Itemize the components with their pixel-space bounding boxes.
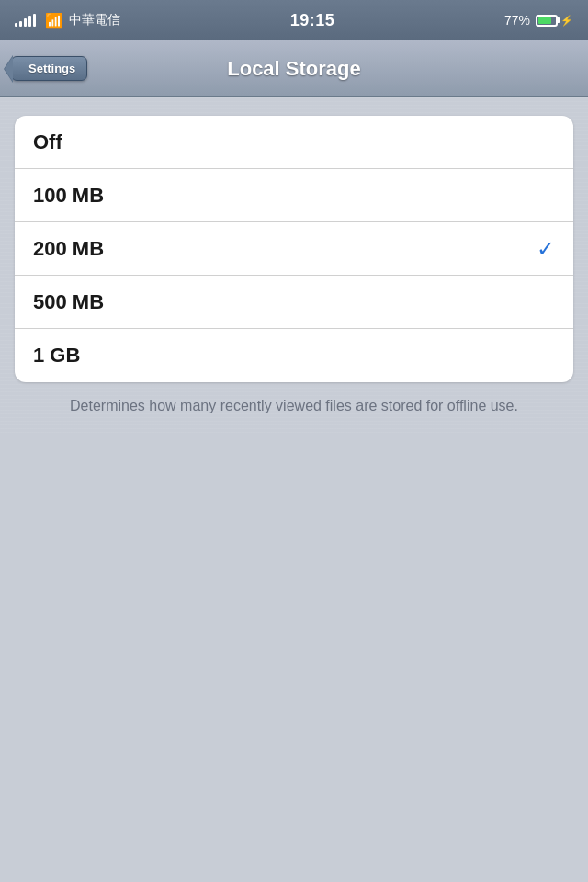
checkmark-icon: ✓ <box>537 236 555 262</box>
signal-bars-icon <box>15 14 36 27</box>
option-label-off: Off <box>33 130 62 154</box>
carrier-label: 中華電信 <box>69 12 120 28</box>
option-label-1gb: 1 GB <box>33 344 80 368</box>
charging-icon: ⚡ <box>560 15 573 27</box>
wifi-icon: 📶 <box>45 12 63 29</box>
battery-percent-label: 77% <box>504 13 530 28</box>
status-left: 📶 中華電信 <box>15 12 120 29</box>
back-button-wrapper[interactable]: Settings <box>11 56 87 81</box>
page-title: Local Storage <box>227 57 360 81</box>
option-item-500mb[interactable]: 500 MB <box>15 276 573 329</box>
option-label-100mb: 100 MB <box>33 184 104 208</box>
battery-icon: ⚡ <box>536 15 573 27</box>
description-text: Determines how many recently viewed file… <box>15 395 573 417</box>
back-button[interactable]: Settings <box>11 56 87 81</box>
options-list: Off100 MB200 MB✓500 MB1 GB <box>15 116 573 382</box>
content-area: Off100 MB200 MB✓500 MB1 GB Determines ho… <box>0 97 588 435</box>
option-label-500mb: 500 MB <box>33 290 104 314</box>
option-item-100mb[interactable]: 100 MB <box>15 169 573 222</box>
status-bar: 📶 中華電信 19:15 77% ⚡ <box>0 0 588 40</box>
option-item-off[interactable]: Off <box>15 116 573 169</box>
nav-bar: Settings Local Storage <box>0 40 588 97</box>
option-item-200mb[interactable]: 200 MB✓ <box>15 222 573 276</box>
option-item-1gb[interactable]: 1 GB <box>15 329 573 382</box>
time-label: 19:15 <box>290 11 335 30</box>
status-right: 77% ⚡ <box>504 13 573 28</box>
option-label-200mb: 200 MB <box>33 237 104 261</box>
